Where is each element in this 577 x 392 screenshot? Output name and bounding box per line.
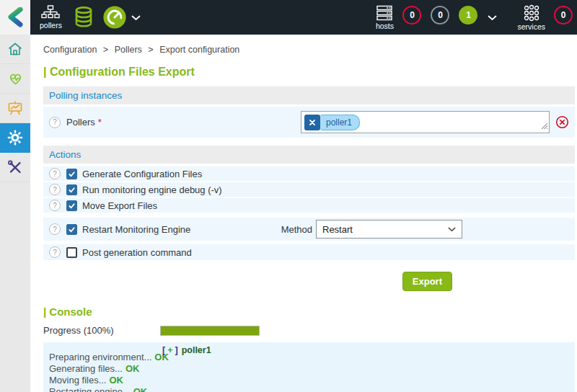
poller-expander[interactable]: [+]poller1	[162, 345, 211, 355]
generate-config-label: Generate Configuration Files	[82, 169, 202, 179]
top-header: pollers	[0, 0, 577, 35]
required-mark: *	[98, 117, 102, 128]
centreon-app: pollers	[0, 0, 577, 392]
breadcrumb-pollers[interactable]: Pollers	[115, 45, 142, 55]
sidebar-item-configuration[interactable]	[0, 123, 30, 153]
check-icon	[68, 170, 76, 178]
hosts-badges: 0 0 1	[402, 6, 477, 24]
services-menu[interactable]: services	[517, 0, 545, 35]
log-line: Restarting engine...OK	[49, 386, 569, 392]
restart-engine-checkbox[interactable]	[66, 224, 77, 235]
centreon-logo[interactable]	[0, 0, 30, 35]
method-selected-value: Restart	[322, 224, 448, 235]
post-generation-label: Post generation command	[82, 247, 192, 258]
chip-label: poller1	[320, 115, 360, 130]
move-export-checkbox[interactable]	[66, 200, 77, 211]
console-title: | Console	[43, 306, 575, 318]
poller-menu[interactable]: pollers	[40, 0, 62, 35]
post-generation-row: Post generation command	[43, 244, 575, 260]
method-field: Method Restart	[281, 220, 462, 239]
page-title: | Configuration Files Export	[43, 66, 575, 79]
log-status: OK	[109, 375, 123, 386]
progress-label: Progress (100%)	[43, 325, 160, 336]
clear-field-icon[interactable]	[555, 115, 569, 129]
help-icon[interactable]	[49, 168, 61, 179]
check-icon	[68, 186, 76, 194]
log-status: OK	[133, 386, 148, 392]
database-icon	[72, 6, 95, 29]
run-debug-row: Run monitoring engine debug (-v)	[43, 182, 575, 197]
help-icon[interactable]	[49, 246, 61, 258]
poller-chip: poller1	[304, 115, 360, 130]
gauge-status-icon[interactable]	[102, 5, 127, 30]
hosts-critical-badge[interactable]: 0	[402, 6, 421, 24]
restart-engine-label: Restart Monitoring Engine	[82, 224, 190, 235]
check-icon	[68, 202, 76, 210]
presentation-chart-icon	[6, 99, 24, 117]
method-select[interactable]: Restart	[316, 220, 462, 239]
services-badges: 0	[554, 6, 573, 24]
breadcrumb: Configuration > Pollers > Export configu…	[43, 45, 575, 55]
help-icon[interactable]	[49, 200, 61, 211]
header-status-area: hosts 0 0 1 services	[375, 0, 577, 35]
run-debug-label: Run monitoring engine debug (-v)	[82, 184, 222, 195]
progress-bar-fill	[161, 326, 259, 335]
breadcrumb-export-configuration[interactable]: Export configuration	[159, 45, 239, 55]
generate-config-checkbox[interactable]	[66, 169, 77, 179]
console-output: [+]poller1 Preparing environment...OK Ge…	[43, 342, 575, 392]
gauge-icon	[102, 5, 127, 30]
pollers-field-label: Pollers	[66, 117, 95, 128]
pollers-tag-input[interactable]: poller1	[301, 111, 550, 133]
log-status: OK	[125, 363, 140, 374]
log-line: Generating files...OK	[49, 363, 569, 375]
expander-bracket: [	[162, 345, 165, 355]
hosts-menu[interactable]: hosts	[375, 0, 394, 35]
export-button[interactable]: Export	[402, 272, 452, 291]
run-debug-checkbox[interactable]	[66, 184, 77, 195]
method-label: Method	[281, 224, 312, 235]
move-export-row: Move Export Files	[43, 198, 575, 213]
tools-icon	[6, 159, 24, 176]
hosts-icon	[375, 5, 394, 21]
post-generation-checkbox[interactable]	[66, 247, 77, 258]
services-label: services	[517, 22, 545, 31]
expander-poller-name: poller1	[182, 345, 211, 355]
sidebar-item-monitoring[interactable]	[0, 64, 30, 94]
chip-remove-icon[interactable]	[304, 115, 320, 130]
gear-icon	[6, 129, 24, 146]
polling-instances-section-header: Polling instances	[43, 86, 575, 104]
pollers-label: pollers	[40, 21, 62, 30]
export-button-area: Export	[43, 272, 575, 291]
hosts-unreachable-badge[interactable]: 0	[431, 6, 449, 24]
pollers-field-row: Pollers * poller1	[43, 107, 575, 138]
breadcrumb-configuration[interactable]: Configuration	[43, 45, 97, 55]
hosts-chevron-down-icon[interactable]	[488, 11, 497, 24]
help-icon[interactable]	[49, 223, 61, 235]
centreon-logo-icon	[6, 7, 25, 27]
sidebar-item-home[interactable]	[0, 35, 30, 64]
poller-chevron-down-icon[interactable]	[131, 11, 141, 24]
expand-plus-icon: +	[167, 345, 172, 355]
progress-row: Progress (100%)	[43, 325, 575, 336]
breadcrumb-separator: >	[148, 45, 153, 55]
sidebar-item-reporting[interactable]	[0, 94, 30, 123]
resize-grip-icon[interactable]	[539, 121, 548, 132]
log-line: Preparing environment...OK	[49, 352, 569, 363]
sidebar-item-administration[interactable]	[0, 153, 30, 182]
actions-section-header: Actions	[43, 146, 575, 164]
heartbeat-icon	[6, 70, 25, 87]
database-status-icon[interactable]	[72, 6, 95, 29]
log-text: Moving files...	[49, 375, 106, 386]
help-icon[interactable]	[49, 184, 61, 195]
services-critical-badge[interactable]: 0	[554, 6, 573, 24]
check-icon	[68, 226, 76, 233]
expander-bracket: ]	[175, 345, 177, 355]
log-text: Preparing environment...	[49, 352, 151, 362]
restart-engine-row: Restart Monitoring Engine Method Restart	[43, 218, 575, 241]
hosts-label: hosts	[376, 22, 394, 30]
help-icon[interactable]	[49, 117, 61, 128]
chevron-down-icon	[448, 227, 456, 232]
move-export-label: Move Export Files	[82, 200, 157, 211]
hosts-up-badge[interactable]: 1	[459, 6, 477, 24]
services-icon	[523, 4, 540, 22]
